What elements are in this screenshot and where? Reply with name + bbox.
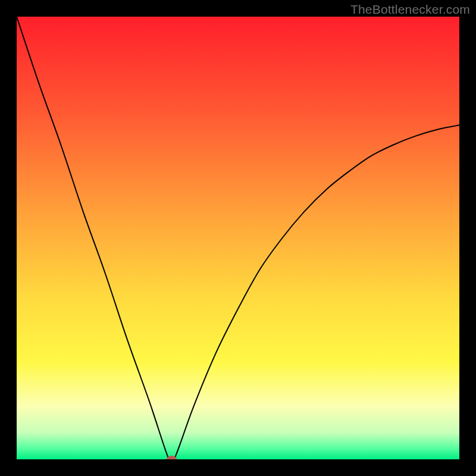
watermark-text: TheBottlenecker.com — [350, 2, 470, 17]
chart-svg — [17, 17, 459, 459]
gradient-background — [17, 17, 459, 459]
chart-frame: TheBottlenecker.com — [0, 0, 476, 476]
plot-area — [17, 17, 459, 459]
